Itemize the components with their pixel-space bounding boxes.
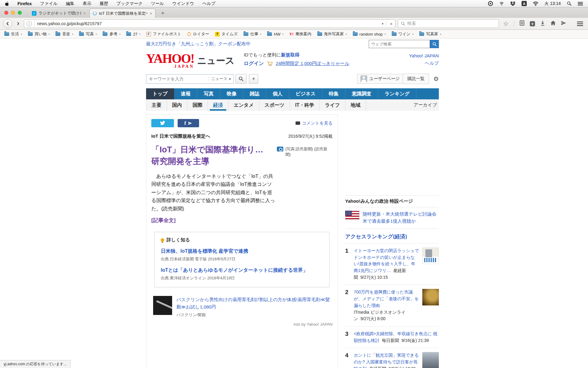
yahoo-top-link[interactable]: Yahoo! JAPAN <box>409 53 439 58</box>
bookmark-folder-kaimono[interactable]: 買い物▾ <box>28 31 50 37</box>
bookmark-folder-hw[interactable]: HW▾ <box>267 32 284 36</box>
yahoo-japan-logo[interactable]: YAHOO! JAPAN <box>146 52 194 69</box>
help-link[interactable]: ヘルプ <box>425 60 439 66</box>
bookmark-folder-shigoto[interactable]: 仕事▾ <box>243 31 261 37</box>
signup-link[interactable]: 新規取得 <box>281 52 300 57</box>
bookmark-folder-wine[interactable]: ワイン▾ <box>392 31 414 37</box>
related-link[interactable]: 日米独、IoT規格を標準化 産学官で連携 <box>161 248 248 254</box>
bookmark-star-icon[interactable]: ☆ <box>503 21 509 27</box>
politics-item[interactable]: 随時更新・米大統領選テレビ討論会 米で過去最多1億人視聴か <box>345 207 439 228</box>
bookmark-times[interactable]: Tタイムズ <box>215 31 238 37</box>
nav-tab-shashin[interactable]: 写真 <box>197 88 220 99</box>
menu-item-firefox[interactable]: Firefox <box>17 1 32 6</box>
adobe-cc-icon[interactable] <box>488 1 493 6</box>
ranking-item-3[interactable]: 3 <政府税調>夫婦控除、年収線引き焦点に 税額控除も検討 毎日新聞 9/16(… <box>345 326 439 348</box>
wifi-icon[interactable] <box>533 2 538 6</box>
news-keyword-search-box[interactable]: ニュース▾ <box>146 74 234 84</box>
web-search-input[interactable] <box>369 40 430 48</box>
menu-item-view[interactable]: 表示 <box>83 1 91 6</box>
ad-link[interactable]: バスクリンから男性向けの薬用育毛剤|7割以上の方が体感!薬用育毛剤≪髪殿≫お試し… <box>176 297 330 309</box>
minimize-window-button[interactable] <box>11 11 15 15</box>
user-page-link[interactable]: ユーザーページ <box>357 74 403 84</box>
tab-active-iot-news[interactable]: IoT 日米で国際規格を策定へ... × <box>89 9 156 18</box>
menu-item-help[interactable]: ヘルプ <box>202 1 216 6</box>
full-article-link[interactable]: [記事全文] <box>151 217 175 224</box>
bookmark-folder-shashinka[interactable]: 写真家▾ <box>419 31 441 37</box>
nav-tab-eizo[interactable]: 映像 <box>220 88 243 99</box>
ranking-thumbnail[interactable] <box>422 352 439 368</box>
bookmark-reuters[interactable]: ロイター <box>187 31 209 37</box>
share-icon[interactable] <box>561 21 566 27</box>
bookmark-folder-kaigai[interactable]: 海外写真家▾ <box>317 31 347 37</box>
bookmark-transit[interactable]: Y!乗換案内 <box>289 31 311 37</box>
camera-icon[interactable] <box>277 147 283 151</box>
nav-tab-tokushu[interactable]: 特集 <box>322 88 345 99</box>
add-search-button[interactable]: + <box>249 74 258 84</box>
bookmark-folder-shashin[interactable]: 写真▾ <box>79 31 97 37</box>
keyword-input[interactable] <box>149 76 209 81</box>
related-link[interactable]: IoTとは「ありとあらゆるモノがインターネットに接続する世界」 <box>161 267 308 273</box>
menu-item-bookmarks[interactable]: ブックマーク <box>116 1 143 6</box>
input-method-icon[interactable]: A <box>522 1 527 6</box>
subnav-chiiki[interactable]: 地域 <box>345 99 366 111</box>
menu-item-edit[interactable]: 編集 <box>66 1 74 6</box>
nav-tab-ranking[interactable]: ランキング <box>378 88 417 99</box>
zoom-window-button[interactable] <box>18 11 22 15</box>
ranking-link[interactable]: イトーヨーカ堂の閉店ラッシュでドンキホーテの笑いが止まらない!居抜き物件を続々入… <box>354 248 419 273</box>
ranking-link[interactable]: ホントに「観光立国」実現できるのか? 入国審査待ちで訪日客が長蛇の列 <box>354 353 419 368</box>
bookmark-folder-seikatsu[interactable]: 生活▾ <box>4 31 22 37</box>
article-title-link[interactable]: 「IoT」日米で国際基準作り…研究開発を主導 <box>151 144 271 167</box>
subnav-it-kagaku[interactable]: IT・科学 <box>290 99 320 111</box>
login-link[interactable]: ログイン <box>244 60 264 67</box>
tab-radiko[interactable]: r ラジオがネットで聴けるラ... × <box>29 9 89 18</box>
nav-tab-business[interactable]: ビジネス <box>289 88 322 99</box>
subnav-entame[interactable]: エンタメ <box>228 99 259 111</box>
subnav-sports[interactable]: スポーツ <box>259 99 290 111</box>
twitter-share-button[interactable] <box>151 119 174 127</box>
keyboard-wifi-icon[interactable] <box>499 1 504 6</box>
close-window-button[interactable] <box>4 11 8 15</box>
ranking-thumbnail[interactable] <box>422 289 439 305</box>
service-name-news[interactable]: ニュース <box>197 55 235 67</box>
dropbox-icon[interactable] <box>510 1 515 6</box>
menu-item-file[interactable]: ファイル <box>40 1 58 6</box>
bookmark-folder-sankou[interactable]: 参考▾ <box>103 31 120 37</box>
home-icon[interactable] <box>550 21 556 27</box>
tab-close-icon[interactable]: × <box>83 11 86 16</box>
site-info-icon[interactable]: i <box>27 21 32 26</box>
sale-link[interactable]: 24時間限定 1,000円ぽっきりセール <box>276 61 349 67</box>
subnav-shuyo[interactable]: 主要 <box>146 99 167 111</box>
ranking-item-4[interactable]: 4 ホントに「観光立国」実現できるのか? 入国審査待ちで訪日客が長蛇の列 産経新… <box>345 348 439 368</box>
menu-bar-clock[interactable]: 火 13:14 <box>545 1 561 6</box>
forward-button[interactable] <box>15 22 21 25</box>
back-button[interactable] <box>3 19 12 28</box>
url-dropdown-icon[interactable]: ▾ <box>382 22 384 26</box>
promo-link[interactable]: 最大2万円引き「九州ふっこう割」クーポン配布中 <box>146 41 251 47</box>
ad-unit[interactable]: バスクリンから男性向けの薬用育毛剤|7割以上の方が体感!薬用育毛剤≪髪殿≫お試し… <box>153 296 331 318</box>
url-bar[interactable]: i news.yahoo.co.jp/pickup/6215797 ▾ × <box>24 19 395 28</box>
tab-close-icon[interactable]: × <box>150 11 152 16</box>
subnav-life[interactable]: ライフ <box>320 99 345 111</box>
news-search-button[interactable] <box>236 74 247 84</box>
ranking-item-1[interactable]: 1 イトーヨーカ堂の閉店ラッシュでドンキホーテの笑いが止まらない!居抜き物件を続… <box>345 243 439 285</box>
view-comments-link[interactable]: コメントを見る <box>296 121 333 126</box>
window-controls[interactable] <box>4 11 22 15</box>
gear-icon[interactable]: ⚙ <box>433 75 439 82</box>
nav-tab-zasshi[interactable]: 雑誌 <box>243 88 266 99</box>
ranking-item-2[interactable]: 2 700万円を遊興費に使った市議が、メディアに「老後の不安」を漏らした理由 I… <box>345 285 439 326</box>
notification-center-icon[interactable] <box>578 2 583 6</box>
bookmark-folder-randomshop[interactable]: random shop▾ <box>353 32 386 36</box>
pocket-icon[interactable]: ∨ <box>530 21 535 26</box>
facebook-share-button[interactable]: f <box>178 119 199 127</box>
subnav-kokunai[interactable]: 国内 <box>167 99 187 111</box>
nav-tab-ishikichosa[interactable]: 意識調査 <box>345 88 378 99</box>
stop-loading-icon[interactable]: × <box>389 21 393 26</box>
menu-item-tools[interactable]: ツール <box>151 1 164 6</box>
nav-tab-kojin[interactable]: 個人 <box>266 88 289 99</box>
spotlight-icon[interactable] <box>567 1 571 6</box>
new-tab-button[interactable]: + <box>158 10 168 17</box>
bookmark-folder-27[interactable]: 27▾ <box>126 32 140 36</box>
nav-tab-sokuho[interactable]: 速報 <box>174 88 197 99</box>
downloads-icon[interactable] <box>540 21 545 27</box>
nav-tab-top[interactable]: トップ <box>146 88 174 99</box>
